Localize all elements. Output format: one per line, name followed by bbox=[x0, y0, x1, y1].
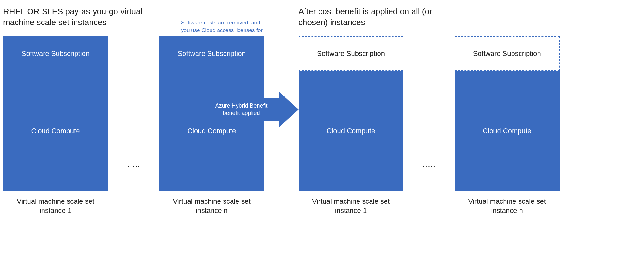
left-ellipsis: ..... bbox=[127, 159, 140, 169]
right-vm1-cloud-compute: Cloud Compute bbox=[299, 71, 403, 191]
right-vmn-label: Virtual machine scale set instance n bbox=[455, 197, 560, 215]
diagram-container: RHEL OR SLES pay-as-you-go virtual machi… bbox=[0, 0, 644, 257]
left-vm1-software-subscription: Software Subscription bbox=[3, 36, 108, 71]
left-vm-1-column: Software Subscription Cloud Compute Virt… bbox=[3, 36, 108, 215]
left-vmn-cloud-compute: Cloud Compute bbox=[159, 71, 264, 191]
arrow-label: Azure Hybrid Benefit benefit applied bbox=[203, 98, 279, 121]
left-vmn-software-subscription: Software Subscription bbox=[159, 36, 264, 71]
right-vm1-software-subscription: Software Subscription bbox=[299, 36, 403, 71]
azure-hybrid-benefit-arrow: Azure Hybrid Benefit benefit applied bbox=[203, 92, 299, 127]
left-section-title: RHEL OR SLES pay-as-you-go virtual machi… bbox=[3, 6, 162, 28]
right-vmn-software-subscription: Software Subscription bbox=[455, 36, 560, 71]
left-vm1-label: Virtual machine scale set instance 1 bbox=[3, 197, 108, 215]
right-vm-1-column: Software Subscription Cloud Compute Virt… bbox=[299, 36, 403, 215]
right-vms-container: Software Subscription Cloud Compute Virt… bbox=[299, 36, 560, 215]
arrow-pointer bbox=[279, 92, 299, 127]
left-vmn-label: Virtual machine scale set instance n bbox=[159, 197, 264, 215]
left-vm1-cloud-compute: Cloud Compute bbox=[3, 71, 108, 191]
right-vm-n-column: Software Subscription Cloud Compute Virt… bbox=[455, 36, 560, 215]
right-section-title: After cost benefit is applied on all (or… bbox=[299, 6, 457, 28]
right-vm1-label: Virtual machine scale set instance 1 bbox=[299, 197, 403, 215]
right-ellipsis: ..... bbox=[422, 159, 436, 169]
right-vmn-cloud-compute: Cloud Compute bbox=[455, 71, 560, 191]
